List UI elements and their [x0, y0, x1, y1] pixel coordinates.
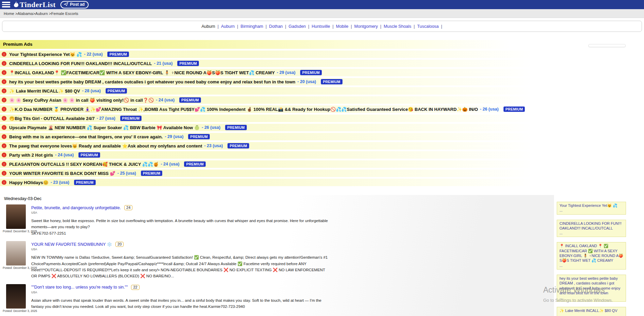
listings-section: Wednesday-03-Dec Posted: December 3, 202… [0, 195, 554, 316]
premium-ad-row[interactable]: ↑ PLEASANTON OUTCALLS !! SEXY KOREAN🥰 TH… [0, 160, 554, 168]
premium-ad-row[interactable]: ↑ YOUR WINTER FAVORITE IS BACK DONT MISS… [0, 170, 554, 177]
listing-posted-date: Posted: December 3, 2025 [3, 309, 31, 313]
premium-ad-title[interactable]: Happy HOlidays😊 [9, 180, 49, 185]
premium-ad-title[interactable]: Upscale Playmate 🌋 NEW NUMBER 💦 Super So… [9, 125, 200, 130]
city-nav-link[interactable]: Birmingham [241, 24, 263, 29]
premium-sidebar: Your Tightest Experience Yet😼 💦 ... CIND… [557, 202, 626, 316]
listing-thumbnail[interactable] [6, 241, 26, 265]
premium-ad-age: - 24 (usa) [55, 153, 74, 157]
up-arrow-icon: ↑ [2, 125, 6, 130]
city-nav-link[interactable]: Tuscaloosa [417, 24, 439, 29]
premium-ad-title[interactable]: Party with 2 Hot girls [9, 153, 53, 158]
city-nav-link[interactable]: Auburn [221, 24, 235, 29]
listing-thumbnail[interactable] [6, 284, 26, 309]
premium-ad-row[interactable]: ↑ ✨ Lake Merritt INCALL✨ $80 QV - 28 (us… [0, 87, 554, 95]
premium-ad-row[interactable]: ↑ Upscale Playmate 🌋 NEW NUMBER 💦 Super … [0, 124, 554, 131]
listing-age-badge: 24 [124, 205, 132, 210]
sidebar-ad-text: hey its your best wettes petite baby DRE… [559, 276, 620, 295]
premium-ad-title[interactable]: ✨ Lake Merritt INCALL✨ $80 QV [9, 88, 80, 94]
city-nav-separator: | [308, 24, 309, 29]
premium-ad-title[interactable]: CINDERELLA LOOKING FOR FUN!!! OAKLAND!!!… [9, 61, 152, 66]
premium-ad-age: - 21 (usa) [154, 61, 173, 66]
breadcrumb-separator: > [33, 12, 35, 16]
sidebar-ad-box[interactable]: Your Tightest Experience Yet😼 💦 ... [557, 202, 626, 215]
premium-ad-row[interactable]: ↑ Your Tightest Experience Yet😼 💦 - 22 (… [0, 51, 554, 58]
listing-description: NEW IN TOWNMy name is Dallas !Seductive,… [31, 254, 331, 279]
listing-title-link[interactable]: Petite, brunette, and dangerously unforg… [31, 205, 121, 210]
premium-ad-title[interactable]: YOUR WINTER FAVORITE IS BACK DONT MISS 💕 [9, 171, 115, 176]
premium-badge: PREMIUM [107, 52, 129, 57]
sidebar-ad-ellipsis: ... [559, 208, 623, 213]
sidebar-ad-box[interactable]: ✨ Lake Merritt INCALL✨ $80 QV ... [557, 307, 626, 316]
up-arrow-icon: ↑ [2, 79, 6, 84]
listings-list: Posted: December 3, 2025 Petite, brunett… [0, 204, 554, 316]
sidebar-ad-ellipsis: ... [559, 313, 623, 316]
premium-ad-age: - 27 (usa) [97, 116, 115, 121]
premium-ad-age: - 29 (usa) [277, 70, 295, 75]
premium-ad-title[interactable]: 📍INCALL OAKLAND📍 ✅FACETIME/CAR✅ WITH A S… [9, 70, 275, 75]
premium-ad-row[interactable]: ↑ 🌸 🌸 Sexy CuRvy Asian 🌸 🌸 in call 🍑 vis… [0, 96, 554, 104]
site-logo[interactable]: TinderList [14, 0, 56, 9]
up-arrow-icon: ↑ [2, 61, 6, 66]
premium-ad-title[interactable]: 🤭Big Tits Girl - OUTCALL Available 24/7 [9, 116, 95, 121]
city-nav-link[interactable]: Montgomery [354, 24, 378, 29]
listing-item: Posted: December 3, 2025 ""Don't stare t… [0, 284, 554, 313]
city-nav-separator: | [285, 24, 286, 29]
listing-description: Asian allure with curves that speak loud… [31, 297, 331, 310]
city-nav-link[interactable]: Huntsville [312, 24, 330, 29]
premium-ad-age: - 26 (usa) [202, 125, 220, 130]
breadcrumb-link[interactable]: Female Escorts [51, 12, 78, 16]
premium-badge: PREMIUM [179, 97, 201, 103]
premium-ad-row[interactable]: ↑ hey its your best wettes petite baby D… [0, 78, 554, 85]
city-nav-link[interactable]: Mobile [336, 24, 348, 29]
menu-icon[interactable] [2, 2, 10, 7]
premium-ad-title[interactable]: hey its your best wettes petite baby DRE… [9, 79, 295, 84]
listing-age-badge: 22 [131, 285, 139, 290]
sidebar-ad-box[interactable]: CINDERELLA LOOKING FOR FUN!!! OAKLAND!!!… [557, 220, 626, 237]
listing-title-link[interactable]: YOUR NEW FAVORITE SNOWBUNNY ❄️ [31, 242, 112, 247]
city-nav-link[interactable]: Muscle Shoals [384, 24, 411, 29]
post-ad-button[interactable]: Post ad [60, 1, 89, 8]
premium-ad-row[interactable]: ↑ CINDERELLA LOOKING FOR FUN!!! OAKLAND!… [0, 60, 554, 67]
premium-ad-age: - 20 (usa) [297, 79, 316, 84]
premium-ad-age: - 23 (usa) [51, 180, 69, 185]
up-arrow-icon: ↑ [2, 116, 6, 121]
premium-ad-row[interactable]: ↑ The pawg that everyone loves😼 Ready an… [0, 142, 554, 150]
premium-badge: PREMIUM [141, 171, 163, 176]
premium-badge: PREMIUM [120, 116, 142, 121]
city-nav-link[interactable]: Auburn [201, 24, 215, 29]
premium-badge: PREMIUM [188, 134, 210, 139]
city-nav-separator: | [265, 24, 266, 29]
city-nav-link[interactable]: Dothan [269, 24, 283, 29]
premium-badge: PREMIUM [184, 161, 206, 167]
city-nav-link[interactable]: Gadsden [289, 24, 306, 29]
city-nav-separator: | [218, 24, 219, 29]
premium-badge: PREMIUM [177, 61, 199, 66]
listing-body: Petite, brunette, and dangerously unforg… [31, 204, 331, 236]
listing-item: Posted: December 3, 2025 Petite, brunett… [0, 204, 554, 236]
premium-ad-title[interactable]: Your Tightest Experience Yet😼 💦 [9, 52, 82, 57]
sidebar-ad-box[interactable]: hey its your best wettes petite baby DRE… [557, 275, 626, 302]
breadcrumb-link[interactable]: Alabama [18, 12, 33, 16]
sidebar-ad-box[interactable]: 📍 INCALL OAKLAND 📍 ✅ FACETIME/CAR ✅ WITH… [557, 242, 626, 269]
premium-ad-row[interactable]: ↑ ✨K.O Daa NUMBER 🥇 PROVIDER 🧘🏼‍♀️✨💕AMAZ… [0, 105, 554, 113]
premium-ad-row[interactable]: ↑ Happy HOlidays😊 - 23 (usa) PREMIUM [0, 179, 554, 186]
premium-badge: PREMIUM [225, 125, 247, 130]
breadcrumb-link[interactable]: Auburn [35, 12, 48, 16]
up-arrow-icon: ↑ [2, 98, 6, 102]
premium-ad-title[interactable]: 🌸 🌸 Sexy CuRvy Asian 🌸 🌸 in call 🍑 visit… [9, 98, 154, 103]
premium-badge: PREMIUM [321, 79, 343, 84]
listing-thumbnail[interactable] [6, 204, 26, 229]
premium-ad-title[interactable]: The pawg that everyone loves😼 Ready and … [9, 143, 202, 149]
breadcrumb-link[interactable]: Home [4, 12, 14, 16]
premium-ad-title[interactable]: ✨K.O Daa NUMBER 🥇 PROVIDER 🧘🏼‍♀️✨💕AMAZIN… [9, 107, 478, 112]
horizontal-scrollbar[interactable] [588, 44, 626, 47]
premium-badge: PREMIUM [300, 70, 322, 75]
premium-ad-row[interactable]: ↑ Being with me is an experience—one tha… [0, 133, 554, 140]
premium-ad-row[interactable]: ↑ Party with 2 Hot girls - 24 (usa) PREM… [0, 151, 554, 159]
premium-ad-title[interactable]: PLEASANTON OUTCALLS !! SEXY KOREAN🥰 THIC… [9, 162, 159, 167]
premium-ad-title[interactable]: Being with me is an experience—one that … [9, 134, 163, 139]
listing-title-link[interactable]: ""Don't stare too long... unless you're … [31, 285, 128, 290]
premium-ad-row[interactable]: ↑ 📍INCALL OAKLAND📍 ✅FACETIME/CAR✅ WITH A… [0, 69, 554, 76]
premium-ad-row[interactable]: ↑ 🤭Big Tits Girl - OUTCALL Available 24/… [0, 115, 554, 122]
